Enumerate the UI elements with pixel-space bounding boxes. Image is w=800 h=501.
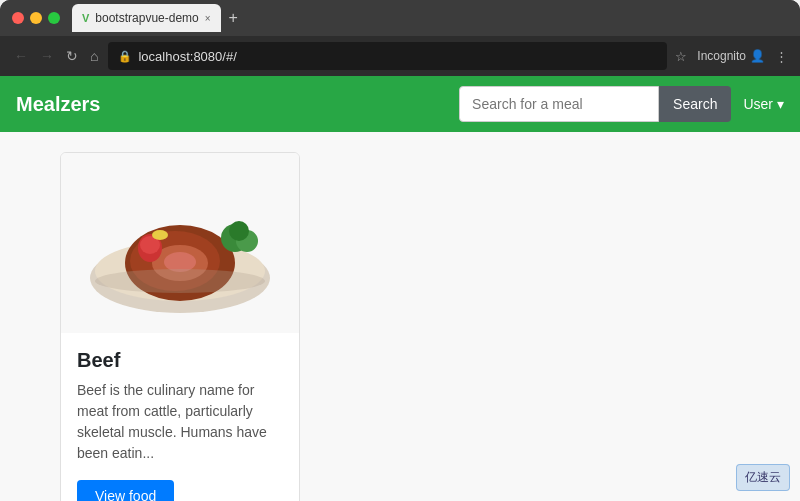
chevron-down-icon: ▾ (777, 96, 784, 112)
tab-close-icon[interactable]: × (205, 13, 211, 24)
tab-favicon-icon: V (82, 12, 89, 24)
app-navbar: Mealzers Search User ▾ (0, 76, 800, 132)
back-button[interactable]: ← (12, 46, 30, 66)
new-tab-button[interactable]: + (229, 9, 238, 27)
forward-button[interactable]: → (38, 46, 56, 66)
url-text: localhost:8080/#/ (138, 49, 236, 64)
view-food-button-beef[interactable]: View food (77, 480, 174, 501)
reload-button[interactable]: ↻ (64, 46, 80, 66)
beef-plate-svg (80, 163, 280, 323)
navbar-search: Search (459, 86, 731, 122)
traffic-lights (12, 12, 60, 24)
watermark-text: 亿速云 (745, 470, 781, 484)
bookmark-icon[interactable]: ☆ (675, 49, 687, 64)
home-button[interactable]: ⌂ (88, 46, 100, 66)
browser-menu-icon[interactable]: ⋮ (775, 49, 788, 64)
incognito-icon: 👤 (750, 49, 765, 63)
food-card-title-beef: Beef (77, 349, 283, 372)
user-label: User (743, 96, 773, 112)
lock-icon: 🔒 (118, 50, 132, 63)
maximize-window-button[interactable] (48, 12, 60, 24)
svg-point-12 (95, 269, 265, 293)
food-card-image-beef (61, 153, 299, 333)
watermark: 亿速云 (736, 464, 790, 491)
svg-point-11 (152, 230, 168, 240)
browser-titlebar: V bootstrapvue-demo × + (0, 0, 800, 36)
svg-point-8 (229, 221, 249, 241)
navbar-brand[interactable]: Mealzers (16, 93, 459, 116)
tab-title: bootstrapvue-demo (95, 11, 198, 25)
food-card-beef: Beef Beef is the culinary name for meat … (60, 152, 300, 501)
food-card-description-beef: Beef is the culinary name for meat from … (77, 380, 283, 464)
food-card-body-beef: Beef Beef is the culinary name for meat … (61, 333, 299, 501)
close-window-button[interactable] (12, 12, 24, 24)
incognito-label: Incognito (697, 49, 746, 63)
app-content: Beef Beef is the culinary name for meat … (0, 132, 800, 501)
browser-tabs: V bootstrapvue-demo × + (72, 4, 788, 32)
browser-actions: ☆ Incognito 👤 ⋮ (675, 49, 788, 64)
browser-addressbar: ← → ↻ ⌂ 🔒 localhost:8080/#/ ☆ Incognito … (0, 36, 800, 76)
user-dropdown[interactable]: User ▾ (743, 96, 784, 112)
search-button[interactable]: Search (659, 86, 731, 122)
address-bar[interactable]: 🔒 localhost:8080/#/ (108, 42, 667, 70)
browser-chrome: V bootstrapvue-demo × + ← → ↻ ⌂ 🔒 localh… (0, 0, 800, 76)
minimize-window-button[interactable] (30, 12, 42, 24)
browser-tab-active[interactable]: V bootstrapvue-demo × (72, 4, 221, 32)
search-input[interactable] (459, 86, 659, 122)
incognito-badge: Incognito 👤 (697, 49, 765, 63)
